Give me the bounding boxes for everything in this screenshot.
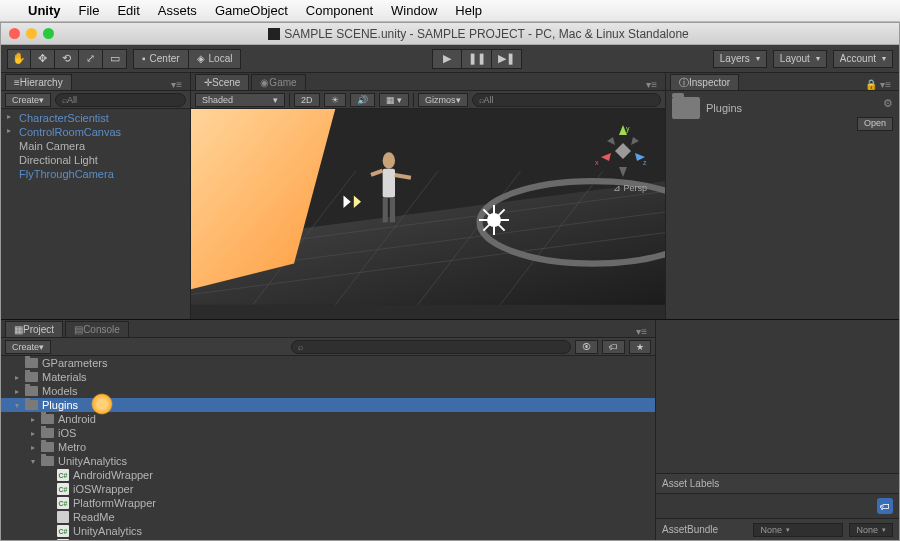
item-label: Plugins — [42, 399, 78, 411]
svg-rect-12 — [383, 169, 395, 198]
project-item[interactable]: ▸Android — [1, 412, 655, 426]
hierarchy-list: CharacterScientistControlRoomCanvasMain … — [1, 109, 190, 319]
svg-point-11 — [383, 152, 395, 168]
item-label: ReadMe — [73, 511, 115, 523]
project-item[interactable]: ▾Plugins — [1, 398, 655, 412]
layers-dropdown[interactable]: Layers — [713, 50, 767, 68]
menu-file[interactable]: File — [79, 3, 100, 18]
step-button[interactable]: ▶❚ — [492, 49, 522, 69]
folder-icon — [25, 400, 38, 410]
item-label: iOS — [58, 427, 76, 439]
script-icon: C# — [57, 539, 69, 540]
hierarchy-item[interactable]: ControlRoomCanvas — [1, 125, 190, 139]
project-tab[interactable]: ▦ Project — [5, 321, 63, 337]
menu-component[interactable]: Component — [306, 3, 373, 18]
hierarchy-panel: ≡ Hierarchy ▾≡ Create ▾ ⌕All CharacterSc… — [1, 73, 191, 319]
projection-label[interactable]: ⊿ Persp — [613, 183, 647, 193]
scene-viewport[interactable]: y z x ⊿ Persp — [191, 109, 665, 319]
item-label: GParameters — [42, 357, 107, 369]
project-item[interactable]: C#UnityAnalyticsBuildHooks — [1, 538, 655, 540]
project-item[interactable]: C#iOSWrapper — [1, 482, 655, 496]
mac-menubar: Unity File Edit Assets GameObject Compon… — [0, 0, 900, 22]
window-title: SAMPLE SCENE.unity - SAMPLE PROJECT - PC… — [284, 27, 689, 41]
unity-icon — [268, 28, 280, 40]
inspector-object-name: Plugins — [706, 102, 742, 114]
app-menu[interactable]: Unity — [28, 3, 61, 18]
assetbundle-row: AssetBundle None None — [656, 518, 899, 540]
hierarchy-create[interactable]: Create ▾ — [5, 93, 51, 107]
svg-text:y: y — [626, 125, 630, 133]
move-tool[interactable]: ✥ — [31, 49, 55, 69]
panel-menu-icon[interactable]: ▾≡ — [167, 79, 186, 90]
2d-toggle[interactable]: 2D — [294, 93, 320, 107]
account-dropdown[interactable]: Account — [833, 50, 893, 68]
menu-edit[interactable]: Edit — [117, 3, 139, 18]
project-item[interactable]: ▸iOS — [1, 426, 655, 440]
menu-window[interactable]: Window — [391, 3, 437, 18]
hierarchy-item[interactable]: Main Camera — [1, 139, 190, 153]
scene-search[interactable]: ⌕All — [472, 93, 661, 107]
zoom-button[interactable] — [43, 28, 54, 39]
fx-toggle[interactable]: ▦ ▾ — [379, 93, 410, 107]
scale-tool[interactable]: ⤢ — [79, 49, 103, 69]
item-label: PlatformWrapper — [73, 497, 156, 509]
item-label: UnityAnalyticsBuildHooks — [73, 539, 198, 540]
assetbundle-dropdown[interactable]: None — [753, 523, 843, 537]
orientation-gizmo[interactable]: y z x — [593, 121, 653, 181]
search-filter-icon[interactable]: ⦿ — [575, 340, 598, 354]
menu-help[interactable]: Help — [455, 3, 482, 18]
rect-tool[interactable]: ▭ — [103, 49, 127, 69]
console-tab[interactable]: ▤ Console — [65, 321, 129, 337]
gizmos-dropdown[interactable]: Gizmos ▾ — [418, 93, 468, 107]
draw-mode-dropdown[interactable]: Shaded▾ — [195, 93, 285, 107]
project-item[interactable]: ▾UnityAnalytics — [1, 454, 655, 468]
project-create[interactable]: Create ▾ — [5, 340, 51, 354]
close-button[interactable] — [9, 28, 20, 39]
panel-menu-icon[interactable]: ▾≡ — [632, 326, 651, 337]
project-item[interactable]: C#PlatformWrapper — [1, 496, 655, 510]
project-search[interactable]: ⌕ — [291, 340, 571, 354]
panel-menu-icon[interactable]: 🔒 ▾≡ — [861, 79, 895, 90]
project-item[interactable]: ▸Metro — [1, 440, 655, 454]
menu-gameobject[interactable]: GameObject — [215, 3, 288, 18]
lighting-toggle[interactable]: ☀ — [324, 93, 346, 107]
project-item[interactable]: ▸Models — [1, 384, 655, 398]
game-tab[interactable]: ◉ Game — [251, 74, 305, 90]
scene-tab[interactable]: ✛ Scene — [195, 74, 249, 90]
panel-menu-icon[interactable]: ▾≡ — [642, 79, 661, 90]
project-item[interactable]: ▸Materials — [1, 370, 655, 384]
project-item[interactable]: C#AndroidWrapper — [1, 468, 655, 482]
folder-icon — [25, 372, 38, 382]
minimize-button[interactable] — [26, 28, 37, 39]
layout-dropdown[interactable]: Layout — [773, 50, 827, 68]
open-button[interactable]: Open — [857, 117, 893, 131]
item-label: iOSWrapper — [73, 483, 133, 495]
item-label: UnityAnalytics — [58, 455, 127, 467]
hierarchy-item[interactable]: FlyThroughCamera — [1, 167, 190, 181]
play-button[interactable]: ▶ — [432, 49, 462, 69]
hierarchy-item[interactable]: Directional Light — [1, 153, 190, 167]
hand-tool[interactable]: ✋ — [7, 49, 31, 69]
inspector-tab[interactable]: ⓘ Inspector — [670, 74, 739, 90]
window-controls — [9, 28, 54, 39]
project-item[interactable]: ReadMe — [1, 510, 655, 524]
project-item[interactable]: GParameters — [1, 356, 655, 370]
item-label: Materials — [42, 371, 87, 383]
text-file-icon — [57, 511, 69, 523]
menu-assets[interactable]: Assets — [158, 3, 197, 18]
assetbundle-variant-dropdown[interactable]: None — [849, 523, 893, 537]
inspector-lower: Asset Labels 🏷 AssetBundle None None — [656, 320, 899, 540]
search-label-icon[interactable]: 🏷 — [602, 340, 625, 354]
project-item[interactable]: C#UnityAnalytics — [1, 524, 655, 538]
hierarchy-tab[interactable]: ≡ Hierarchy — [5, 74, 72, 90]
favorites-icon[interactable]: ★ — [629, 340, 651, 354]
pivot-toggle[interactable]: ▪Center — [133, 49, 189, 69]
audio-toggle[interactable]: 🔊 — [350, 93, 375, 107]
hierarchy-item[interactable]: CharacterScientist — [1, 111, 190, 125]
gear-icon[interactable]: ⚙ — [883, 97, 893, 110]
handle-toggle[interactable]: ◈Local — [189, 49, 242, 69]
hierarchy-search[interactable]: ⌕All — [55, 93, 186, 107]
rotate-tool[interactable]: ⟲ — [55, 49, 79, 69]
pause-button[interactable]: ❚❚ — [462, 49, 492, 69]
label-tag-icon[interactable]: 🏷 — [877, 498, 893, 514]
